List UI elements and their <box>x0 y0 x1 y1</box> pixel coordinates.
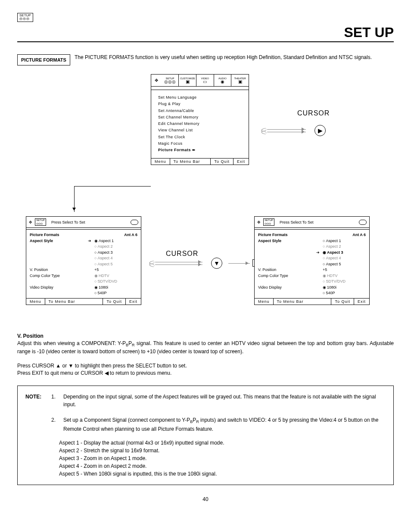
menu-item[interactable]: Set Menu Language <box>158 94 242 101</box>
color-option[interactable]: SDTV/DVD <box>94 279 137 285</box>
tab-customize[interactable]: CUSTOMIZE▣ <box>179 75 196 86</box>
setup-mini-badge: SETUP◎◎◎ <box>35 218 46 225</box>
sub-panel-footer: Menu To Menu Bar To Quit Exit <box>26 298 141 305</box>
tab-setup[interactable]: SETUP◎◎◎ <box>162 75 179 86</box>
color-option[interactable]: HDTV <box>94 273 137 279</box>
vid-label: Video Display <box>258 285 314 291</box>
menu-item[interactable]: View Channel List <box>158 127 242 134</box>
cursor-label-2: CURSOR <box>166 250 198 258</box>
vpos-label: V. Position <box>258 267 314 273</box>
arrow-line <box>228 263 250 264</box>
setup-badge: SETUP ◎◎◎ <box>17 13 33 22</box>
connector-line <box>74 186 151 187</box>
cursor-down-button[interactable]: ▼ <box>211 258 222 269</box>
osd-main-footer: Menu To Menu Bar To Quit Exit <box>151 158 249 165</box>
cursor-label: CURSOR <box>297 109 330 117</box>
sub-panel-prompt: Press Select To Set <box>280 220 313 224</box>
aspect-desc: Aspect 2 - Stretch the signal to 16x9 fo… <box>59 447 386 454</box>
vpos-text: P <box>128 340 132 346</box>
header-pill <box>359 220 367 225</box>
color-option[interactable]: SDTV/DVD <box>323 279 366 285</box>
sub-panel-prompt: Press Select To Set <box>51 220 85 224</box>
aspect-option[interactable]: Aspect 2 <box>94 244 137 250</box>
aspect-descriptions: Aspect 1 - Display the actual (normal 4x… <box>25 439 386 478</box>
vid-option[interactable]: 540P <box>323 290 366 296</box>
instruction-1: Press CURSOR ▲ or ▼ to highlight then pr… <box>17 363 187 369</box>
vid-option[interactable]: 1080i <box>323 285 366 291</box>
tab-video[interactable]: VIDEO▭ <box>196 75 214 86</box>
note-number: 1. <box>51 393 59 408</box>
arrow-line <box>155 264 202 265</box>
footer-quit: To Quit <box>103 299 125 305</box>
pointer-icon <box>86 238 94 244</box>
menu-item[interactable]: Magic Focus <box>158 140 242 147</box>
note-text: Set up a Component Signal (connect compo… <box>63 417 190 423</box>
vpos-label: V. Position <box>30 267 86 273</box>
osd-sub-panel-right: ✥ SETUP◎◎◎ Press Select To Set Picture F… <box>254 216 370 305</box>
sub-ant: Ant A 6 <box>86 232 137 238</box>
note-box: NOTE: 1. Depending on the input signal, … <box>17 386 394 485</box>
sub-title: Picture Formats <box>258 232 314 238</box>
aspect-label: Aspect Style <box>30 238 86 244</box>
move-icon: ✥ <box>257 220 261 224</box>
menu-item-selected[interactable]: Picture Formats ➨ <box>158 147 242 153</box>
vpos-value[interactable]: +5 <box>323 267 366 273</box>
page-number: 40 <box>17 496 394 502</box>
aspect-option[interactable]: Aspect 4 <box>94 255 137 261</box>
footer-exit[interactable]: Exit <box>233 159 249 165</box>
sub-ant: Ant A 6 <box>314 232 366 238</box>
footer-exit[interactable]: Exit <box>354 299 369 305</box>
sub-panel-header: ✥ SETUP◎◎◎ Press Select To Set <box>255 217 369 228</box>
connector-line <box>74 186 75 212</box>
aspect-option[interactable]: Aspect 3 <box>323 250 366 256</box>
footer-menu[interactable]: Menu <box>255 299 274 305</box>
vpos-value[interactable]: +5 <box>94 267 137 273</box>
menu-item[interactable]: Plug & Play <box>158 101 242 107</box>
note-2-text: Set up a Component Signal (connect compo… <box>63 416 386 433</box>
footer-quit: To Quit <box>210 159 233 165</box>
aspect-desc: Aspect 3 - Zoom in on Aspect 1 mode. <box>59 454 386 462</box>
arrow-line <box>267 132 306 132</box>
aspect-option[interactable]: Aspect 1 <box>323 238 366 244</box>
section-label: PICTURE FORMATS <box>17 54 70 65</box>
cursor-right-button[interactable]: ▶ <box>314 125 326 136</box>
osd-main-panel: ✥ SETUP◎◎◎ CUSTOMIZE▣ VIDEO▭ AUDIO◉ THEA… <box>151 74 249 165</box>
tab-theater[interactable]: THEATER▣ <box>231 75 249 86</box>
setup-badge-dots: ◎◎◎ <box>19 17 31 21</box>
divider <box>17 41 394 42</box>
aspect-desc: Aspect 4 - Zoom in on Aspect 2 mode. <box>59 462 386 470</box>
diagram: ✥ SETUP◎◎◎ CUSTOMIZE▣ VIDEO▭ AUDIO◉ THEA… <box>17 74 394 333</box>
aspect-label: Aspect Style <box>258 238 314 244</box>
arrow-line <box>155 262 202 262</box>
vid-option[interactable]: 540P <box>94 290 137 296</box>
footer-exit[interactable]: Exit <box>125 299 141 305</box>
aspect-option[interactable]: Aspect 5 <box>323 261 366 268</box>
color-option[interactable]: HDTV <box>323 273 366 279</box>
footer-menu[interactable]: Menu <box>26 299 45 305</box>
aspect-option[interactable]: Aspect 5 <box>94 261 137 268</box>
aspect-desc: Aspect 1 - Display the actual (normal 4x… <box>59 439 386 447</box>
osd-tabs: ✥ SETUP◎◎◎ CUSTOMIZE▣ VIDEO▭ AUDIO◉ THEA… <box>151 75 249 87</box>
aspect-option[interactable]: Aspect 4 <box>323 255 366 261</box>
vpos-section: V. Position Adjust this when viewing a C… <box>17 333 394 377</box>
note-label: NOTE: <box>25 393 47 408</box>
vpos-text: Adjust this when viewing a COMPONENT: Y-… <box>17 340 126 346</box>
vid-option[interactable]: 1080i <box>94 285 137 291</box>
menu-item[interactable]: Edit Channel Memory <box>158 121 242 127</box>
footer-bar: To Menu Bar <box>49 299 75 304</box>
footer-menu[interactable]: Menu <box>151 159 170 165</box>
move-icon: ✥ <box>29 220 32 224</box>
footer-bar: To Menu Bar <box>277 299 304 304</box>
instruction-2: Press EXIT to quit menu or CURSOR ◀ to r… <box>17 370 171 376</box>
aspect-desc: Aspect 5 - When 1080i signal is inputted… <box>59 470 386 478</box>
arrow-right-icon: ➨ <box>192 148 196 152</box>
aspect-option[interactable]: Aspect 1 <box>94 238 137 244</box>
aspect-option[interactable]: Aspect 2 <box>323 244 366 250</box>
menu-item[interactable]: Set Channel Memory <box>158 114 242 121</box>
aspect-option[interactable]: Aspect 3 <box>94 250 137 256</box>
vpos-heading: V. Position <box>17 333 44 339</box>
tab-audio[interactable]: AUDIO◉ <box>214 75 232 86</box>
menu-item[interactable]: Set The Clock <box>158 134 242 140</box>
pointer-icon <box>314 250 323 256</box>
menu-item[interactable]: Set Antenna/Cable <box>158 108 242 114</box>
